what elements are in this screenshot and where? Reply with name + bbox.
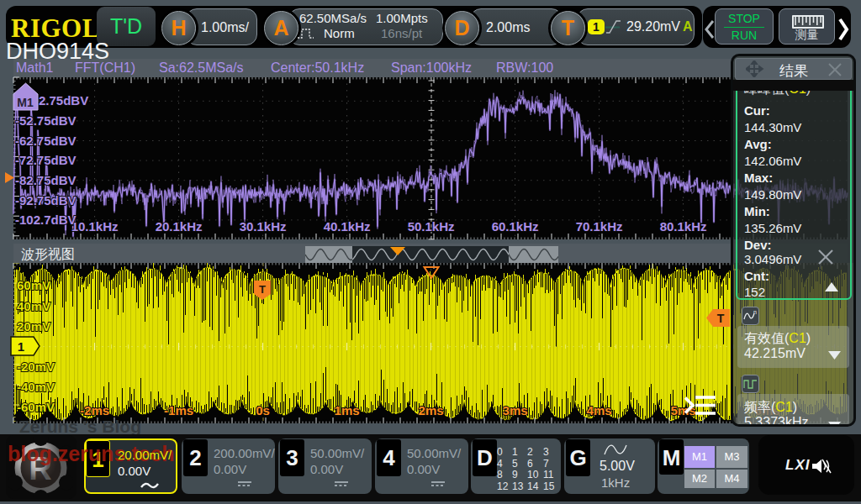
svg-text:n: n bbox=[753, 309, 757, 315]
